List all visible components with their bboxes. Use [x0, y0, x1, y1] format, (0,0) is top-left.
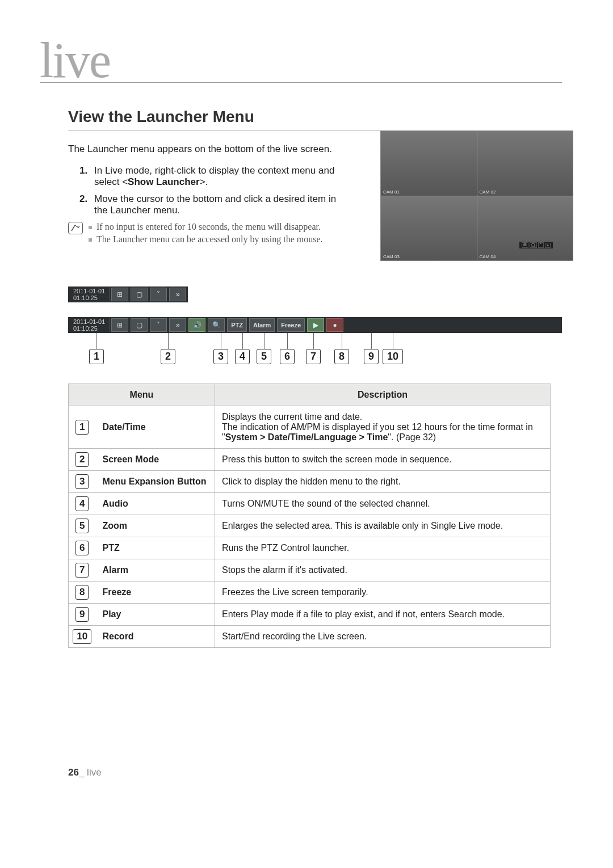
menu-description: Displays the current time and date.The i… [215, 406, 551, 448]
screen-mode-1-button[interactable]: ▢ [131, 318, 148, 332]
callout-7: 7 [306, 349, 321, 364]
menu-name: Zoom [96, 515, 215, 537]
menu-name: Menu Expansion Button [96, 470, 215, 492]
chapter-title: live [40, 40, 562, 83]
row-number: 7 [75, 563, 89, 578]
zoom-button[interactable]: 🔍 [208, 318, 225, 332]
row-number: 1 [75, 420, 89, 435]
step-text: In Live mode, right-click to display the… [94, 165, 341, 188]
freeze-button[interactable]: Freeze [277, 318, 305, 332]
launcher-in-screenshot: ⊞▢˅» [519, 241, 553, 249]
menu-description: Enlarges the selected area. This is avai… [215, 515, 551, 537]
row-number: 9 [75, 607, 89, 622]
menu-description: Enters Play mode if a file to play exist… [215, 603, 551, 625]
row-number: 2 [75, 452, 89, 467]
menu-description: Stops the alarm if it's activated. [215, 559, 551, 581]
step-1: 1. In Live mode, right-click to display … [79, 165, 341, 188]
audio-button[interactable]: 🔊 [188, 318, 205, 332]
menu-name: Freeze [96, 581, 215, 603]
callout-8: 8 [334, 349, 349, 364]
menu-name: Date/Time [96, 406, 215, 448]
screen-mode-dropdown[interactable]: ˅ [150, 288, 167, 301]
steps-list: 1. In Live mode, right-click to display … [79, 165, 341, 216]
note-item: The Launcher menu can be accessed only b… [89, 234, 386, 245]
callout-9: 9 [364, 349, 379, 364]
table-row: 5ZoomEnlarges the selected area. This is… [69, 515, 551, 537]
row-number: 6 [75, 541, 89, 555]
step-text: Move the cursor to the bottom and click … [94, 193, 341, 216]
row-number: 4 [75, 496, 89, 511]
launcher-datetime: 2011-01-01 01:10:25 [69, 318, 110, 332]
menu-description: Start/End recording the Live screen. [215, 625, 551, 647]
cam-tile: CAM 01 [381, 131, 477, 196]
callout-6: 6 [280, 349, 295, 364]
menu-name: Play [96, 603, 215, 625]
alarm-button[interactable]: Alarm [249, 318, 275, 332]
th-menu: Menu [69, 384, 215, 406]
screen-mode-4-button[interactable]: ⊞ [111, 318, 128, 332]
step-number: 1. [79, 165, 94, 188]
play-button[interactable]: ▶ [307, 318, 324, 332]
note-block: If no input is entered for 10 seconds, t… [68, 222, 386, 247]
step-number: 2. [79, 193, 94, 216]
record-button[interactable]: ● [326, 318, 343, 332]
row-number: 8 [75, 585, 89, 600]
callout-1: 1 [89, 349, 104, 364]
menu-name: Record [96, 625, 215, 647]
launcher-menu-table: Menu Description 1Date/TimeDisplays the … [68, 384, 551, 648]
cam-tile: CAM 03 [381, 196, 477, 261]
cam-tile: CAM 04 ⊞▢˅» [477, 196, 573, 261]
intro-text: The Launcher menu appears on the bottom … [68, 144, 341, 155]
section-title: View the Launcher Menu [68, 108, 562, 131]
menu-description: Turns ON/MUTE the sound of the selected … [215, 492, 551, 515]
table-row: 6PTZRuns the PTZ Control launcher. [69, 537, 551, 559]
menu-name: PTZ [96, 537, 215, 559]
table-row: 7AlarmStops the alarm if it's activated. [69, 559, 551, 581]
note-item: If no input is entered for 10 seconds, t… [89, 222, 386, 232]
table-row: 1Date/TimeDisplays the current time and … [69, 406, 551, 448]
menu-expand-button[interactable]: » [169, 318, 186, 332]
menu-description: Click to display the hidden menu to the … [215, 470, 551, 492]
table-row: 2Screen ModePress this button to switch … [69, 448, 551, 470]
screen-mode-dropdown[interactable]: ˅ [150, 318, 167, 332]
menu-description: Runs the PTZ Control launcher. [215, 537, 551, 559]
table-row: 9PlayEnters Play mode if a file to play … [69, 603, 551, 625]
callout-10: 10 [383, 349, 403, 364]
row-number: 3 [75, 474, 89, 489]
row-number: 5 [75, 519, 89, 533]
ptz-button[interactable]: PTZ [227, 318, 247, 332]
menu-name: Audio [96, 492, 215, 515]
cam-tile: CAM 02 [477, 131, 573, 196]
menu-name: Screen Mode [96, 448, 215, 470]
row-number: 10 [73, 629, 91, 644]
table-row: 10RecordStart/End recording the Live scr… [69, 625, 551, 647]
callout-5: 5 [257, 349, 271, 364]
launcher-datetime: 2011-01-01 01:10:25 [69, 288, 110, 301]
table-row: 3Menu Expansion ButtonClick to display t… [69, 470, 551, 492]
th-description: Description [215, 384, 551, 406]
menu-description: Press this button to switch the screen m… [215, 448, 551, 470]
note-icon [68, 222, 83, 234]
screen-mode-4-button[interactable]: ⊞ [111, 288, 128, 301]
launcher-collapsed: 2011-01-01 01:10:25 ⊞ ▢ ˅ » [68, 286, 562, 302]
screen-mode-1-button[interactable]: ▢ [131, 288, 148, 301]
table-row: 4AudioTurns ON/MUTE the sound of the sel… [69, 492, 551, 515]
callout-3: 3 [213, 349, 228, 364]
menu-expand-button[interactable]: » [169, 288, 186, 301]
step-2: 2. Move the cursor to the bottom and cli… [79, 193, 341, 216]
launcher-expanded: 2011-01-01 01:10:25 ⊞ ▢ ˅ » 🔊 🔍 PTZ Alar… [68, 317, 562, 364]
callout-4: 4 [235, 349, 250, 364]
table-row: 8FreezeFreezes the Live screen temporari… [69, 581, 551, 603]
menu-description: Freezes the Live screen temporarily. [215, 581, 551, 603]
live-screenshot: 2011-01-01 01:10:25 CAM 01 CAM 02 CAM 03… [380, 130, 573, 261]
menu-name: Alarm [96, 559, 215, 581]
page-footer: 26_ live [68, 767, 562, 778]
callout-2: 2 [161, 349, 175, 364]
